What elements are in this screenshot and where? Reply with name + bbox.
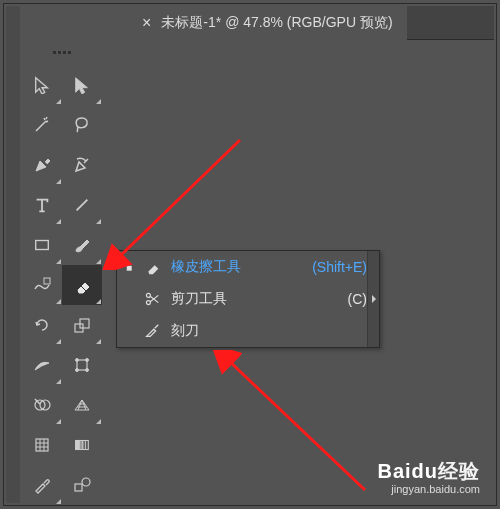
eraser-tool-flyout: ■ 橡皮擦工具 (Shift+E) 剪刀工具 (C) 刻刀 <box>116 250 380 348</box>
svg-point-18 <box>146 293 150 297</box>
free-transform-tool[interactable] <box>62 345 102 385</box>
svg-rect-4 <box>77 360 87 370</box>
svg-rect-15 <box>83 441 86 450</box>
svg-rect-13 <box>76 441 80 450</box>
gradient-tool[interactable] <box>62 425 102 465</box>
mesh-tool[interactable] <box>22 425 62 465</box>
svg-rect-0 <box>36 241 49 250</box>
svg-point-8 <box>86 369 89 372</box>
document-tab[interactable]: × 未标题-1* @ 47.8% (RGB/GPU 预览) <box>128 6 407 40</box>
curvature-tool[interactable] <box>62 145 102 185</box>
flyout-shortcut: (Shift+E) <box>312 259 371 275</box>
scissors-icon <box>141 290 163 308</box>
shape-builder-tool[interactable] <box>22 385 62 425</box>
svg-point-6 <box>86 359 89 362</box>
svg-point-19 <box>146 301 150 305</box>
flyout-item-scissors[interactable]: 剪刀工具 (C) <box>117 283 379 315</box>
svg-rect-16 <box>75 484 82 491</box>
tab-bar: × 未标题-1* @ 47.8% (RGB/GPU 预览) <box>128 6 494 40</box>
watermark: Baidu经验 jingyan.baidu.com <box>377 458 480 495</box>
knife-icon <box>141 322 163 340</box>
scale-tool[interactable] <box>62 305 102 345</box>
svg-rect-11 <box>36 439 48 451</box>
tab-title: 未标题-1* @ 47.8% (RGB/GPU 预览) <box>161 14 392 32</box>
pen-tool[interactable] <box>22 145 62 185</box>
paintbrush-tool[interactable] <box>62 225 102 265</box>
rectangle-tool[interactable] <box>22 225 62 265</box>
rotate-tool[interactable] <box>22 305 62 345</box>
eyedropper-tool[interactable] <box>22 465 62 505</box>
svg-point-5 <box>76 359 79 362</box>
shaper-tool[interactable] <box>22 265 62 305</box>
direct-selection-tool[interactable] <box>62 65 102 105</box>
flyout-label: 剪刀工具 <box>171 290 227 308</box>
blend-tool[interactable] <box>62 465 102 505</box>
toolbar-grip[interactable] <box>22 51 102 57</box>
flyout-tearoff[interactable] <box>367 251 379 347</box>
selection-tool[interactable] <box>22 65 62 105</box>
selected-indicator: ■ <box>125 262 133 273</box>
eraser-tool[interactable] <box>62 265 102 305</box>
width-tool[interactable] <box>22 345 62 385</box>
eraser-icon <box>141 258 163 276</box>
flyout-item-knife[interactable]: 刻刀 <box>117 315 379 347</box>
lasso-tool[interactable] <box>62 105 102 145</box>
close-icon[interactable]: × <box>142 14 151 32</box>
type-tool[interactable] <box>22 185 62 225</box>
toolbar <box>22 39 102 505</box>
magic-wand-tool[interactable] <box>22 105 62 145</box>
svg-point-17 <box>82 478 90 486</box>
line-segment-tool[interactable] <box>62 185 102 225</box>
perspective-grid-tool[interactable] <box>62 385 102 425</box>
flyout-item-eraser[interactable]: ■ 橡皮擦工具 (Shift+E) <box>117 251 379 283</box>
svg-point-7 <box>76 369 79 372</box>
flyout-label: 橡皮擦工具 <box>171 258 241 276</box>
dock-strip <box>6 6 20 503</box>
flyout-label: 刻刀 <box>171 322 199 340</box>
svg-rect-1 <box>44 278 50 284</box>
svg-rect-14 <box>79 441 83 450</box>
